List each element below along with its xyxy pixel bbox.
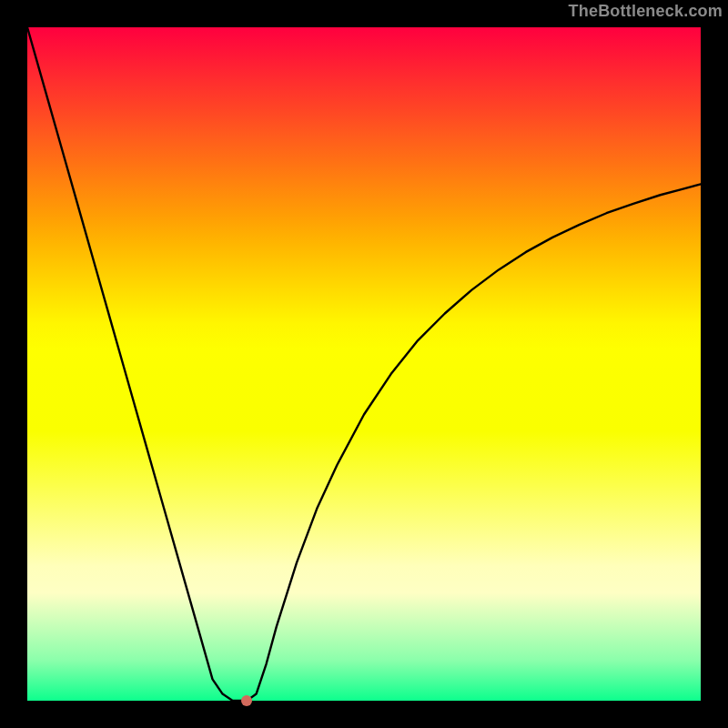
chart-frame: TheBottleneck.com	[0, 0, 728, 728]
plot-area	[27, 27, 701, 701]
bottleneck-curve	[27, 27, 701, 701]
watermark-text: TheBottleneck.com	[569, 2, 723, 21]
optimal-point-marker	[241, 695, 252, 706]
